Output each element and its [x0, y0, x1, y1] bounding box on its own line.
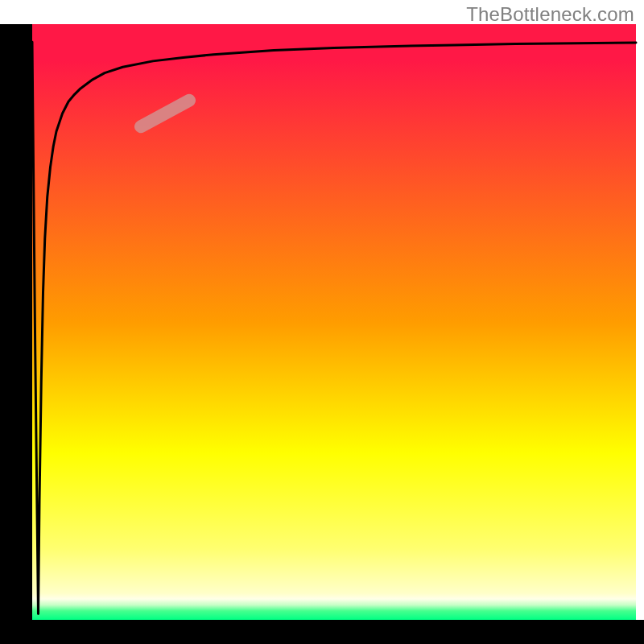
- chart-svg: [0, 0, 644, 644]
- frame-bottom: [0, 620, 644, 644]
- chart-container: TheBottleneck.com: [0, 0, 644, 644]
- watermark-text: TheBottleneck.com: [466, 3, 634, 26]
- plot-background: [32, 24, 636, 620]
- frame-left: [0, 24, 32, 644]
